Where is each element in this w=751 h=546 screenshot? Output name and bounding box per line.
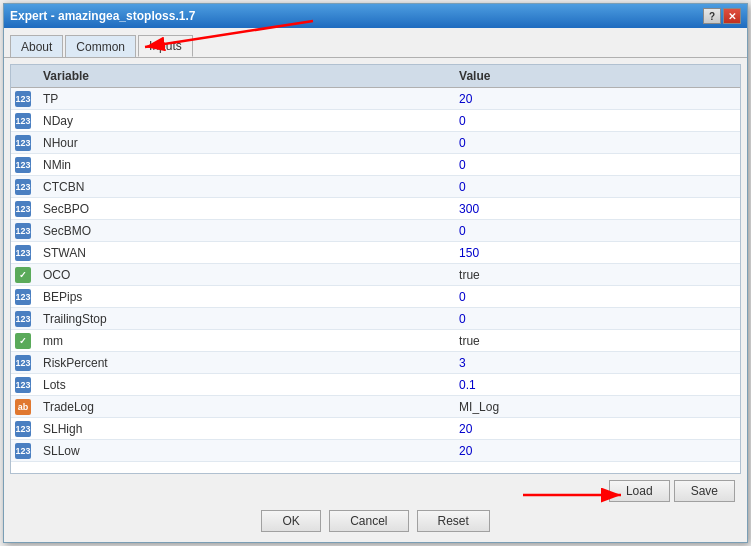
bottom-area: Load Save OK Cancel Reset: [10, 474, 741, 536]
row-variable: SecBMO: [35, 220, 451, 242]
table-row: 123TP20: [11, 88, 740, 110]
row-icon: 123: [11, 88, 35, 110]
row-icon: ✓: [11, 330, 35, 352]
row-variable: Lots: [35, 374, 451, 396]
table-row: ✓mmtrue: [11, 330, 740, 352]
table-row: 123SLLow20: [11, 440, 740, 462]
row-icon: 123: [11, 352, 35, 374]
row-variable: STWAN: [35, 242, 451, 264]
row-value[interactable]: 0: [451, 110, 740, 132]
row-icon: 123: [11, 198, 35, 220]
row-icon: 123: [11, 418, 35, 440]
inputs-table-container: Variable Value 123TP20123NDay0123NHour01…: [10, 64, 741, 474]
row-variable: BEPips: [35, 286, 451, 308]
col-value-header: Value: [451, 65, 740, 88]
table-row: abTradeLogMI_Log: [11, 396, 740, 418]
row-value[interactable]: 0: [451, 176, 740, 198]
row-value[interactable]: 20: [451, 440, 740, 462]
tab-common[interactable]: Common: [65, 35, 136, 57]
table-row: 123SLHigh20: [11, 418, 740, 440]
table-row: 123STWAN150: [11, 242, 740, 264]
table-row: 123CTCBN0: [11, 176, 740, 198]
row-icon: 123: [11, 154, 35, 176]
row-value[interactable]: 0: [451, 286, 740, 308]
row-variable: TrailingStop: [35, 308, 451, 330]
table-row: 123BEPips0: [11, 286, 740, 308]
table-row: ✓OCOtrue: [11, 264, 740, 286]
table-row: 123NDay0: [11, 110, 740, 132]
row-variable: SecBPO: [35, 198, 451, 220]
row-icon: 123: [11, 286, 35, 308]
title-bar: Expert - amazingea_stoploss.1.7 ? ✕: [4, 4, 747, 28]
row-value[interactable]: 300: [451, 198, 740, 220]
table-row: 123SecBMO0: [11, 220, 740, 242]
row-variable: RiskPercent: [35, 352, 451, 374]
row-value[interactable]: 0: [451, 308, 740, 330]
row-icon: 123: [11, 242, 35, 264]
row-icon: ✓: [11, 264, 35, 286]
table-row: 123NHour0: [11, 132, 740, 154]
row-icon: 123: [11, 440, 35, 462]
row-icon: ab: [11, 396, 35, 418]
row-value[interactable]: 0: [451, 132, 740, 154]
row-variable: SLHigh: [35, 418, 451, 440]
row-value[interactable]: 150: [451, 242, 740, 264]
row-value[interactable]: 0.1: [451, 374, 740, 396]
tab-about[interactable]: About: [10, 35, 63, 57]
table-row: 123Lots0.1: [11, 374, 740, 396]
row-variable: TradeLog: [35, 396, 451, 418]
load-save-row: Load Save: [16, 480, 735, 502]
row-value[interactable]: true: [451, 264, 740, 286]
row-variable: NHour: [35, 132, 451, 154]
table-row: 123RiskPercent3: [11, 352, 740, 374]
row-variable: SLLow: [35, 440, 451, 462]
row-value[interactable]: 20: [451, 418, 740, 440]
content-area: Variable Value 123TP20123NDay0123NHour01…: [4, 58, 747, 542]
col-variable-header: Variable: [35, 65, 451, 88]
row-value[interactable]: 0: [451, 154, 740, 176]
row-icon: 123: [11, 176, 35, 198]
table-row: 123SecBPO300: [11, 198, 740, 220]
tab-bar: About Common Inputs: [4, 28, 747, 58]
row-icon: 123: [11, 110, 35, 132]
row-value[interactable]: 3: [451, 352, 740, 374]
ok-cancel-row: OK Cancel Reset: [16, 506, 735, 536]
expert-window: Expert - amazingea_stoploss.1.7 ? ✕ Abou…: [3, 3, 748, 543]
table-row: 123TrailingStop0: [11, 308, 740, 330]
row-value[interactable]: true: [451, 330, 740, 352]
save-button[interactable]: Save: [674, 480, 735, 502]
row-value[interactable]: 20: [451, 88, 740, 110]
row-icon: 123: [11, 308, 35, 330]
row-variable: CTCBN: [35, 176, 451, 198]
inputs-table: Variable Value 123TP20123NDay0123NHour01…: [11, 65, 740, 462]
cancel-button[interactable]: Cancel: [329, 510, 408, 532]
help-button[interactable]: ?: [703, 8, 721, 24]
row-variable: mm: [35, 330, 451, 352]
close-button[interactable]: ✕: [723, 8, 741, 24]
table-row: 123NMin0: [11, 154, 740, 176]
row-value[interactable]: MI_Log: [451, 396, 740, 418]
row-icon: 123: [11, 132, 35, 154]
title-controls: ? ✕: [703, 8, 741, 24]
row-icon: 123: [11, 374, 35, 396]
row-variable: OCO: [35, 264, 451, 286]
ok-button[interactable]: OK: [261, 510, 321, 532]
col-icon-header: [11, 65, 35, 88]
window-title: Expert - amazingea_stoploss.1.7: [10, 9, 195, 23]
row-value[interactable]: 0: [451, 220, 740, 242]
row-variable: TP: [35, 88, 451, 110]
reset-button[interactable]: Reset: [417, 510, 490, 532]
row-icon: 123: [11, 220, 35, 242]
load-button[interactable]: Load: [609, 480, 670, 502]
row-variable: NMin: [35, 154, 451, 176]
tab-inputs[interactable]: Inputs: [138, 35, 193, 57]
row-variable: NDay: [35, 110, 451, 132]
